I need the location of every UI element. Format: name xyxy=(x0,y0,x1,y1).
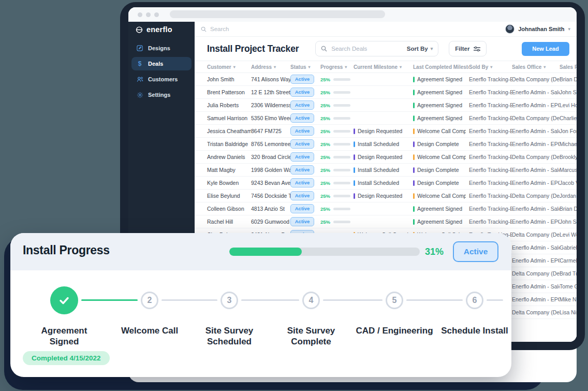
url-bar[interactable] xyxy=(170,10,385,18)
table-row[interactable]: Tristan Baldridge8765 Lemontree StActive… xyxy=(195,138,577,151)
customer-cell: Tristan Baldridge xyxy=(207,141,251,147)
sales-rep-cell: Charlie M xyxy=(560,115,577,121)
progress-track xyxy=(333,208,350,210)
chevron-down-icon: ▾ xyxy=(568,26,570,32)
sales-office-cell: Delta Company (Demo) HQ xyxy=(512,309,560,315)
sales-office-cell: Enerflo Admin - EPC Training xyxy=(512,257,560,264)
filter-button[interactable]: Filter xyxy=(449,41,487,56)
sold-by-cell: Enerflo Tracking-EPC xyxy=(469,167,512,173)
window-control-dot[interactable] xyxy=(146,12,151,17)
column-header-label: Address xyxy=(251,64,272,70)
sidebar-item-customers[interactable]: Customers xyxy=(131,73,192,86)
status-badge: Active xyxy=(290,191,314,200)
sales-office-cell: Enerflo Admin - Sales Org xyxy=(512,167,560,173)
sort-caret-icon: ▾ xyxy=(274,65,276,69)
table-row[interactable]: Matt Magby1998 Golden WayActive25%Instal… xyxy=(195,164,577,177)
step-connector xyxy=(487,299,503,301)
column-header[interactable]: Status▾ xyxy=(290,64,320,70)
sales-rep-cell: Lisa Nise xyxy=(560,309,577,315)
global-search-input[interactable]: Search xyxy=(201,26,229,32)
milestone-color-bar xyxy=(413,193,415,199)
sales-office-cell: Enerflo Admin - EPC Training xyxy=(512,141,560,147)
progress-percent: 25% xyxy=(320,167,330,173)
search-deals-input[interactable]: Search Deals Sort By ▾ xyxy=(315,41,438,56)
sales-rep-cell: Tome Gib xyxy=(560,283,577,289)
status-badge: Active xyxy=(290,152,314,162)
sales-rep-cell: Levi Wolg xyxy=(560,231,577,238)
column-header-label: Progress xyxy=(320,64,343,70)
active-status-button[interactable]: Active xyxy=(453,241,498,262)
status-cell: Active xyxy=(290,204,320,213)
sold-by-cell: Enerflo Tracking-EPC xyxy=(469,180,512,186)
sidebar-item-label: Settings xyxy=(148,92,170,98)
sales-rep-cell: John Smi xyxy=(560,219,577,225)
milestone-color-bar xyxy=(413,206,415,212)
sales-office-cell: Delta Company (Demo) HQ xyxy=(512,270,560,277)
table-row[interactable]: John Smith741 Alisons WayActive25%Agreem… xyxy=(195,73,577,86)
table-row[interactable]: Samuel Harrison5350 Elmo WeedonActive25%… xyxy=(195,112,577,125)
progress-track xyxy=(333,143,350,146)
milestone-color-bar xyxy=(354,141,355,147)
status-badge: Active xyxy=(290,113,314,123)
milestone-cell: Agreement Signed xyxy=(413,115,469,121)
table-row[interactable]: Andrew Daniels320 Broad CircleActive25%D… xyxy=(195,151,577,164)
sales-office-cell: Delta Company (Demo) HQ xyxy=(512,231,560,238)
address-cell: 8765 Lemontree St xyxy=(251,141,290,147)
install-progress-percent: 31% xyxy=(425,247,444,257)
sales-rep-cell: Michael F xyxy=(560,141,577,147)
column-header[interactable]: Address▾ xyxy=(251,64,290,70)
user-menu[interactable]: Johnathan Smith ▾ xyxy=(505,24,570,34)
column-header[interactable]: Progress▾ xyxy=(320,64,354,70)
milestone-label: Welcome Call Complete xyxy=(417,154,466,160)
sales-rep-cell: Levi Hold xyxy=(560,102,577,108)
progress-cell: 25% xyxy=(320,206,354,212)
progress-cell: 25% xyxy=(320,219,354,225)
page-title: Install Project Tracker xyxy=(207,44,299,54)
window-control-dot[interactable] xyxy=(138,12,142,17)
milestone-cell: Install Scheduled xyxy=(354,141,413,147)
sort-caret-icon: ▾ xyxy=(400,65,402,69)
table-row[interactable]: Elise Beylund7456 Dockside TerraceActive… xyxy=(195,190,577,202)
table-row[interactable]: Kyle Bowden9243 Bevan AveActive25%Instal… xyxy=(195,177,577,190)
sales-office-cell: Enerflo Admin - EPC Training xyxy=(512,180,560,186)
step-label: CAD / Engineering xyxy=(356,325,433,336)
table-row[interactable]: Jessica Cheatham8647 FM725Active25%Desig… xyxy=(195,125,577,138)
column-header-label: Customer xyxy=(207,64,231,70)
table-row[interactable]: Julia Roberts2306 Wilderness HillActive2… xyxy=(195,99,577,112)
milestone-label: Install Scheduled xyxy=(358,167,399,173)
progress-percent: 25% xyxy=(320,206,330,212)
sales-rep-cell: Jordan S xyxy=(560,193,577,199)
table-row[interactable]: Brent Patterson12 E 12th StreetActive25%… xyxy=(195,86,577,99)
window-control-dot[interactable] xyxy=(154,12,159,17)
milestone-label: Design Complete xyxy=(417,141,459,147)
enerflo-logo-icon xyxy=(136,26,143,33)
column-header[interactable]: Customer▾ xyxy=(207,64,251,70)
table-row[interactable]: Colleen Gibson4813 Anzio StActive25%Agre… xyxy=(195,202,577,215)
sales-office-cell: Enerflo Admin - Sales Org xyxy=(512,283,560,289)
new-lead-button[interactable]: New Lead xyxy=(522,42,569,56)
sidebar-item-settings[interactable]: Settings xyxy=(131,88,192,102)
filter-label: Filter xyxy=(455,46,469,52)
progress-percent: 25% xyxy=(320,115,330,121)
column-header[interactable]: Current Milestone▾ xyxy=(354,64,413,70)
progress-cell: 25% xyxy=(320,193,354,199)
enerflo-logo-text: enerflo xyxy=(146,25,172,34)
milestone-cell: Design Requested xyxy=(354,193,413,199)
column-header[interactable]: Sold By▾ xyxy=(469,64,512,70)
sold-by-cell: Enerflo Tracking-EPC xyxy=(469,128,512,134)
column-header[interactable]: Sales Rep▾ xyxy=(560,64,577,70)
status-cell: Active xyxy=(290,126,320,136)
sort-by-dropdown[interactable]: Sort By ▾ xyxy=(407,46,433,52)
sidebar-item-deals[interactable]: $ Deals xyxy=(131,57,192,70)
table-row[interactable]: Rachel Hill6029 Gumwood DrActive25%Agree… xyxy=(195,215,577,228)
address-cell: 1998 Golden Way xyxy=(251,167,290,173)
progress-percent: 25% xyxy=(320,141,330,147)
progress-percent: 25% xyxy=(320,219,330,225)
column-header-label: Sales Office xyxy=(512,64,541,70)
sidebar-item-designs[interactable]: Designs xyxy=(131,41,192,55)
step-connector xyxy=(406,299,463,301)
column-header[interactable]: Last Completed Milestone▾ xyxy=(413,64,469,70)
gear-icon xyxy=(136,91,143,98)
milestone-color-bar xyxy=(354,193,355,199)
column-header[interactable]: Sales Office▾ xyxy=(512,64,560,70)
